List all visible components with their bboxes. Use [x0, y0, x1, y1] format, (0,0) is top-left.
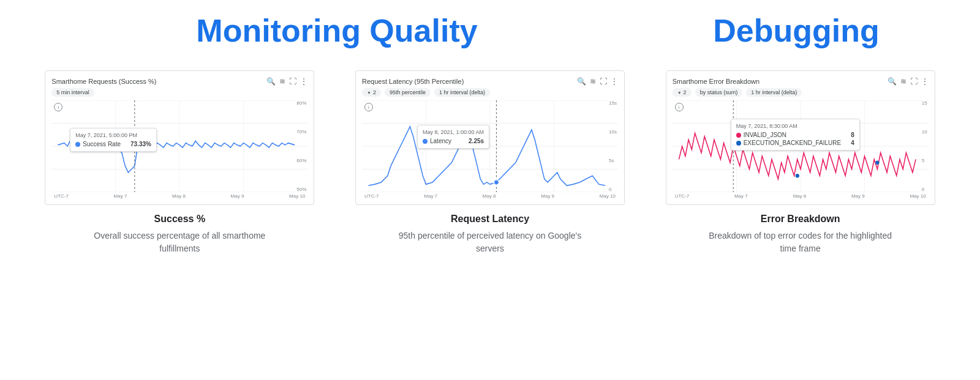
chart2-x-labels: UTC-7 May 7 May 8 May 9 May 10: [362, 193, 618, 199]
chart3-tooltip-label1: INVALID_JSON: [744, 132, 786, 138]
chart3-tooltip-row1: INVALID_JSON 8: [736, 132, 854, 138]
chart3-title: Smarthome Error Breakdown: [673, 78, 760, 85]
chart1-filters: 5 min interval: [51, 88, 307, 97]
chart3-y-axis: 15 10 5 0: [922, 100, 927, 192]
filter-chip-status[interactable]: by status (sum): [695, 88, 743, 97]
chart3-tooltip-row2: EXECUTION_BACKEND_FAILURE 4: [736, 140, 854, 146]
chart2-tooltip-value: 2.25s: [461, 138, 484, 144]
legend-icon[interactable]: ≋: [590, 77, 596, 86]
svg-point-28: [795, 174, 799, 177]
chart1-desc: Overall success percentage of all smarth…: [81, 229, 277, 255]
chart2-y-axis: 15s 10s 5s 0: [609, 100, 617, 192]
chart1-tooltip-label: Success Rate: [83, 141, 121, 147]
chart1-tooltip: May 7, 2021, 5:00:00 PM Success Rate 73.…: [70, 128, 157, 152]
info-icon: i: [675, 103, 684, 111]
chart2-tooltip: May 8, 2021, 1:00:00 AM Latency 2.25s: [417, 125, 489, 149]
chart3-tooltip-label2: EXECUTION_BACKEND_FAILURE: [744, 140, 842, 146]
chart3-tooltip: May 7, 2021, 8:30:00 AM INVALID_JSON 8 E…: [731, 119, 860, 151]
chart1-title: Smarthome Requests (Success %): [51, 78, 156, 85]
search-icon[interactable]: 🔍: [888, 77, 897, 86]
chart3-icons: 🔍 ≋ ⛶ ⋮: [888, 77, 929, 86]
filter-chip-1[interactable]: 5 min interval: [51, 88, 94, 97]
more-icon[interactable]: ⋮: [921, 77, 929, 86]
filter-chip-interval3[interactable]: 1 hr interval (delta): [746, 88, 802, 97]
expand-icon[interactable]: ⛶: [289, 77, 296, 86]
search-icon[interactable]: 🔍: [266, 77, 276, 86]
chart2-label: Request Latency: [451, 214, 529, 225]
chart2-filters: 2 95th percentile 1 hr interval (delta): [362, 88, 618, 97]
legend-icon[interactable]: ≋: [279, 77, 285, 86]
chart2-title: Request Latency (95th Percentile): [362, 78, 464, 85]
chart3-filters: 2 by status (sum) 1 hr interval (delta): [673, 88, 929, 97]
chart2-icons: 🔍 ≋ ⛶ ⋮: [577, 77, 618, 86]
filter-chip-count[interactable]: 2: [362, 88, 381, 97]
chart1-area: 80% 70% 60% 50% May 7, 2021, 5:00:00 PM …: [51, 100, 307, 192]
chart3-tooltip-value2: 4: [843, 140, 854, 146]
chart2-tooltip-label: Latency: [430, 138, 451, 144]
svg-point-29: [875, 161, 879, 165]
chart1-icons: 🔍 ≋ ⛶ ⋮: [266, 77, 307, 86]
chart3-tooltip-value1: 8: [843, 132, 854, 138]
chart1-tooltip-dot: [75, 142, 80, 147]
debugging-title: Debugging: [643, 12, 949, 49]
chart1-tooltip-row: Success Rate 73.33%: [75, 141, 151, 147]
error-breakdown-column: Smarthome Error Breakdown 🔍 ≋ ⛶ ⋮ 2 by s…: [651, 70, 949, 255]
filter-chip-count3[interactable]: 2: [673, 88, 692, 97]
chart3-area: 15 10 5 0 May 7, 2021, 8:30:00 AM INVALI…: [673, 100, 929, 192]
request-latency-column: Request Latency (95th Percentile) 🔍 ≋ ⛶ …: [341, 70, 639, 255]
chart1-tooltip-date: May 7, 2021, 5:00:00 PM: [75, 132, 151, 138]
chart1-label: Success %: [154, 214, 206, 225]
request-latency-chart-box: Request Latency (95th Percentile) 🔍 ≋ ⛶ …: [355, 70, 625, 205]
chart2-tooltip-row: Latency 2.25s: [423, 138, 484, 144]
chart3-x-labels: UTC-7 May 7 May 8 May 9 May 10: [673, 193, 929, 199]
filter-chip-percentile[interactable]: 95th percentile: [385, 88, 431, 97]
success-rate-column: Smarthome Requests (Success %) 🔍 ≋ ⛶ ⋮ 5…: [31, 70, 329, 255]
expand-icon[interactable]: ⛶: [910, 77, 918, 86]
svg-point-19: [494, 180, 499, 185]
filter-chip-interval[interactable]: 1 hr interval (delta): [434, 88, 490, 97]
chart1-x-labels: UTC-7 May 7 May 8 May 9 May 10: [51, 193, 307, 199]
chart1-tooltip-value: 73.33%: [123, 141, 151, 147]
search-icon[interactable]: 🔍: [577, 77, 586, 86]
chart1-y-axis: 80% 70% 60% 50%: [296, 100, 306, 192]
chart3-label: Error Breakdown: [761, 214, 840, 225]
chart3-tooltip-date: May 7, 2021, 8:30:00 AM: [736, 123, 854, 129]
chart2-tooltip-dot: [423, 139, 428, 144]
info-icon: i: [364, 103, 373, 111]
monitoring-quality-title: Monitoring Quality: [31, 12, 643, 49]
more-icon[interactable]: ⋮: [300, 77, 307, 86]
chart3-tooltip-dot2: [736, 141, 741, 146]
more-icon[interactable]: ⋮: [611, 77, 618, 86]
chart2-area: 15s 10s 5s 0 May 8, 2021, 1:00:00 AM Lat…: [362, 100, 618, 192]
legend-icon[interactable]: ≋: [900, 77, 907, 86]
error-breakdown-chart-box: Smarthome Error Breakdown 🔍 ≋ ⛶ ⋮ 2 by s…: [666, 70, 935, 205]
expand-icon[interactable]: ⛶: [600, 77, 607, 86]
success-rate-chart-box: Smarthome Requests (Success %) 🔍 ≋ ⛶ ⋮ 5…: [45, 70, 314, 205]
chart3-desc: Breakdown of top error codes for the hig…: [703, 229, 899, 255]
chart3-tooltip-dot1: [736, 133, 741, 138]
chart2-tooltip-date: May 8, 2021, 1:00:00 AM: [423, 129, 484, 135]
chart2-desc: 95th percentile of perceived latency on …: [392, 229, 588, 255]
